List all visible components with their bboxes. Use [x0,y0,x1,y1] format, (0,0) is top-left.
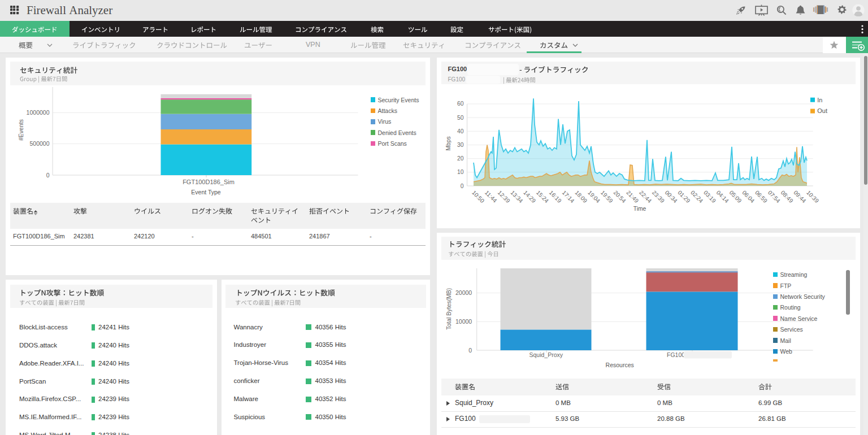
svg-text:FG100: FG100 [667,351,685,358]
svg-text:20:54: 20:54 [613,189,627,204]
svg-text:FGT100D186_Sim: FGT100D186_Sim [183,179,235,185]
svg-text:22:44: 22:44 [638,189,653,204]
svg-text:Time: Time [633,206,646,212]
svg-text:Total Bytes(MB): Total Bytes(MB) [445,288,452,330]
svg-text:21:49: 21:49 [625,189,640,204]
svg-text:Resources: Resources [606,362,634,368]
svg-text:11:44: 11:44 [484,189,498,204]
svg-text:20: 20 [457,155,464,162]
svg-text:50: 50 [457,115,464,121]
svg-text:07:54: 07:54 [767,189,782,204]
svg-text:10000: 10000 [455,318,472,325]
svg-text:20000: 20000 [455,289,472,296]
svg-text:30: 30 [457,142,464,148]
svg-text:00:34: 00:34 [664,189,679,204]
svg-text:13:34: 13:34 [509,189,524,204]
svg-text:09:44: 09:44 [792,189,807,204]
svg-text:500000: 500000 [29,140,49,147]
svg-text:0: 0 [461,183,464,189]
svg-text:23:39: 23:39 [651,189,666,204]
svg-text:1000000: 1000000 [26,109,49,116]
svg-text:60: 60 [457,101,464,107]
svg-text:06:04: 06:04 [741,189,756,204]
svg-text:16:19: 16:19 [548,189,563,204]
svg-text:0: 0 [46,172,49,179]
svg-text:14:29: 14:29 [522,189,537,204]
svg-text:40: 40 [457,128,464,134]
svg-text:10:39: 10:39 [805,189,820,204]
svg-text:19:59: 19:59 [600,189,614,204]
svg-text:10: 10 [457,169,464,175]
svg-text:Squid_Proxy: Squid_Proxy [530,351,563,358]
svg-text:Mbps: Mbps [445,136,452,150]
svg-text:19:04: 19:04 [587,189,601,204]
svg-text:08:49: 08:49 [780,189,795,204]
svg-text:Out: Out [817,107,827,114]
svg-text:18:09: 18:09 [574,189,588,204]
svg-text:#Events: #Events [17,119,24,141]
svg-text:10:50: 10:50 [471,189,485,204]
svg-text:15:24: 15:24 [535,189,550,204]
svg-text:In: In [817,97,822,103]
svg-text:03:19: 03:19 [702,189,717,204]
svg-text:06:59: 06:59 [754,189,769,204]
svg-text:05:09: 05:09 [728,189,743,204]
svg-text:Event Type: Event Type [191,189,221,195]
svg-text:0: 0 [468,347,472,354]
svg-text:04:14: 04:14 [715,189,730,204]
svg-text:02:24: 02:24 [689,189,704,204]
svg-text:01:29: 01:29 [676,189,691,204]
svg-text:17:14: 17:14 [561,189,575,204]
svg-text:12:39: 12:39 [497,189,511,204]
